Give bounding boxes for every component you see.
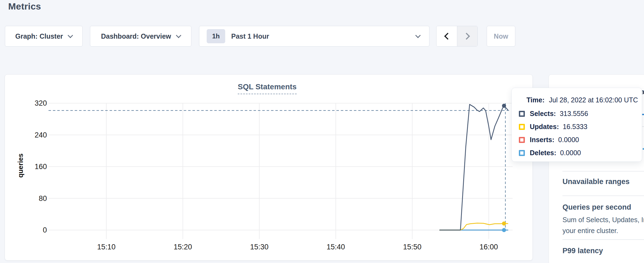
tooltip-row-label: Updates: xyxy=(530,123,559,131)
y-axis-tick-label: 240 xyxy=(35,131,47,139)
tooltip-time-label: Time: xyxy=(526,96,544,104)
tooltip-row-label: Inserts: xyxy=(530,136,554,144)
tooltip-time-row: Time: Jul 28, 2022 at 16:02:00 UTC xyxy=(526,96,638,104)
selects-swatch-icon xyxy=(519,111,525,117)
tooltip-row-label: Selects: xyxy=(530,110,556,118)
y-axis-tick-label: 320 xyxy=(35,99,47,107)
tooltip-row-value: 313.5556 xyxy=(560,110,588,118)
deletes-swatch-icon xyxy=(519,150,525,156)
x-axis-tick-label: 15:30 xyxy=(250,243,269,251)
chart-title-wrap: SQL Statements xyxy=(185,82,349,94)
series-line-selects[interactable] xyxy=(440,104,508,230)
inserts-swatch-icon xyxy=(519,137,525,143)
y-axis-tick-label: 0 xyxy=(43,226,47,234)
y-axis-title: queries xyxy=(17,154,24,178)
chart-title[interactable]: SQL Statements xyxy=(238,82,297,94)
tooltip-row-deletes: Deletes: 0.0000 xyxy=(519,149,581,157)
tooltip-row-value: 0.0000 xyxy=(558,136,579,144)
y-axis-tick-label: 80 xyxy=(39,194,47,203)
tooltip-row-inserts: Inserts: 0.0000 xyxy=(519,136,579,144)
hover-dot-selects[interactable] xyxy=(502,104,506,108)
tooltip-row-selects: Selects: 313.5556 xyxy=(519,110,588,118)
x-axis-tick-label: 15:20 xyxy=(174,243,192,251)
tooltip-row-value: 16.5333 xyxy=(563,123,587,131)
hover-dot-deletes[interactable] xyxy=(502,228,506,232)
x-axis-tick-label: 15:50 xyxy=(403,243,422,251)
x-axis-tick-label: 15:40 xyxy=(327,243,345,251)
y-axis-tick-label: 160 xyxy=(35,163,47,171)
chart-hover-tooltip: Time: Jul 28, 2022 at 16:02:00 UTC Selec… xyxy=(511,88,642,162)
x-axis-tick-label: 16:00 xyxy=(480,243,498,251)
series-line-updates[interactable] xyxy=(440,223,508,230)
metrics-page: Metrics Graph: Cluster Dashboard: Overvi… xyxy=(0,0,644,263)
x-axis-tick-label: 15:10 xyxy=(97,243,116,251)
tooltip-time-value: Jul 28, 2022 at 16:02:00 UTC xyxy=(549,96,638,104)
tooltip-row-value: 0.0000 xyxy=(560,149,581,157)
hover-dot-updates[interactable] xyxy=(502,221,506,225)
updates-swatch-icon xyxy=(519,124,525,130)
tooltip-row-updates: Updates: 16.5333 xyxy=(519,123,587,131)
tooltip-row-label: Deletes: xyxy=(530,149,556,157)
